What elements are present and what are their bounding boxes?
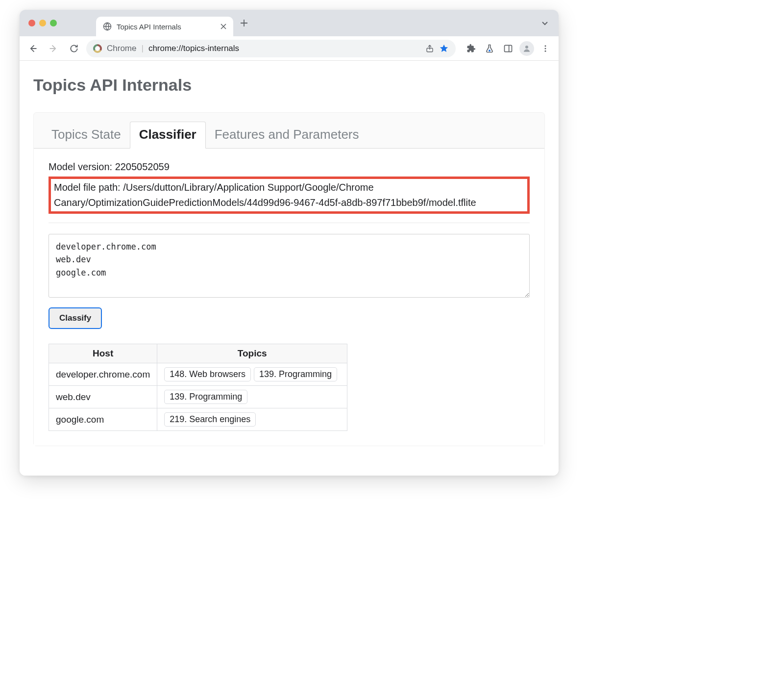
page-title: Topics API Internals <box>33 76 545 95</box>
divider <box>49 223 530 223</box>
address-bar[interactable]: Chrome | chrome://topics-internals <box>86 40 456 57</box>
results-table: Host Topics developer.chrome.com148. Web… <box>49 344 347 431</box>
classify-button[interactable]: Classify <box>49 307 102 329</box>
bookmark-star-icon[interactable] <box>439 44 449 53</box>
tab-features-parameters[interactable]: Features and Parameters <box>206 122 368 148</box>
minimize-window-button[interactable] <box>39 20 46 26</box>
model-version-row: Model version: 2205052059 <box>49 159 530 175</box>
host-cell: web.dev <box>49 386 157 408</box>
topics-cell: 148. Web browsers139. Programming <box>157 363 347 386</box>
omnibox-separator: | <box>141 44 143 53</box>
tab-title: Topics API Internals <box>117 23 181 31</box>
profile-avatar[interactable] <box>518 40 535 57</box>
window-controls <box>28 20 57 26</box>
topics-cell: 139. Programming <box>157 386 347 408</box>
omnibox-origin-label: Chrome <box>107 44 136 53</box>
extensions-icon[interactable] <box>463 40 479 57</box>
content-tabs: Topics State Classifier Features and Par… <box>34 113 544 149</box>
kebab-menu-icon[interactable] <box>537 40 554 57</box>
topic-pill: 219. Search engines <box>164 412 256 427</box>
model-path-highlight: Model file path: /Users/dutton/Library/A… <box>49 177 530 214</box>
new-tab-button[interactable] <box>240 19 248 27</box>
svg-point-5 <box>545 45 546 47</box>
page-content: Topics API Internals Topics State Classi… <box>20 61 559 476</box>
main-panel: Topics State Classifier Features and Par… <box>33 112 545 446</box>
omnibox-url: chrome://topics-internals <box>148 44 239 53</box>
toolbar-actions <box>463 40 554 57</box>
model-info: Model version: 2205052059 Model file pat… <box>49 159 530 214</box>
model-version-label: Model version: <box>49 161 112 172</box>
tab-topics-state[interactable]: Topics State <box>43 122 130 148</box>
maximize-window-button[interactable] <box>50 20 57 26</box>
side-panel-icon[interactable] <box>500 40 516 57</box>
table-row: google.com219. Search engines <box>49 408 347 431</box>
hosts-textarea[interactable] <box>49 234 530 298</box>
forward-button[interactable] <box>45 40 62 57</box>
close-window-button[interactable] <box>28 20 35 26</box>
globe-icon <box>103 22 112 31</box>
topic-pill: 139. Programming <box>254 367 337 381</box>
back-button[interactable] <box>24 40 41 57</box>
classifier-panel: Model version: 2205052059 Model file pat… <box>34 149 544 446</box>
svg-point-2 <box>489 50 490 51</box>
close-tab-button[interactable] <box>220 24 226 29</box>
model-path-label: Model file path: <box>54 182 121 193</box>
svg-rect-3 <box>505 45 512 51</box>
table-row: developer.chrome.com148. Web browsers139… <box>49 363 347 386</box>
browser-tab[interactable]: Topics API Internals <box>96 17 233 36</box>
share-icon[interactable] <box>425 44 434 53</box>
topics-cell: 219. Search engines <box>157 408 347 431</box>
tab-classifier[interactable]: Classifier <box>130 122 206 149</box>
toolbar: Chrome | chrome://topics-internals <box>20 36 559 61</box>
col-header-topics: Topics <box>157 344 347 363</box>
table-header-row: Host Topics <box>49 344 347 363</box>
svg-point-4 <box>525 46 528 49</box>
titlebar: Topics API Internals <box>20 10 559 36</box>
topic-pill: 148. Web browsers <box>164 367 251 381</box>
tabs-dropdown-button[interactable] <box>541 19 549 27</box>
labs-icon[interactable] <box>481 40 498 57</box>
reload-button[interactable] <box>66 40 82 57</box>
host-cell: developer.chrome.com <box>49 363 157 386</box>
col-header-host: Host <box>49 344 157 363</box>
chrome-icon <box>93 44 102 53</box>
svg-point-6 <box>545 48 546 49</box>
topic-pill: 139. Programming <box>164 390 247 404</box>
model-version-value: 2205052059 <box>115 161 170 172</box>
host-cell: google.com <box>49 408 157 431</box>
browser-window: Topics API Internals Chrome | chrome://t… <box>20 10 559 476</box>
svg-point-7 <box>545 50 546 51</box>
table-row: web.dev139. Programming <box>49 386 347 408</box>
